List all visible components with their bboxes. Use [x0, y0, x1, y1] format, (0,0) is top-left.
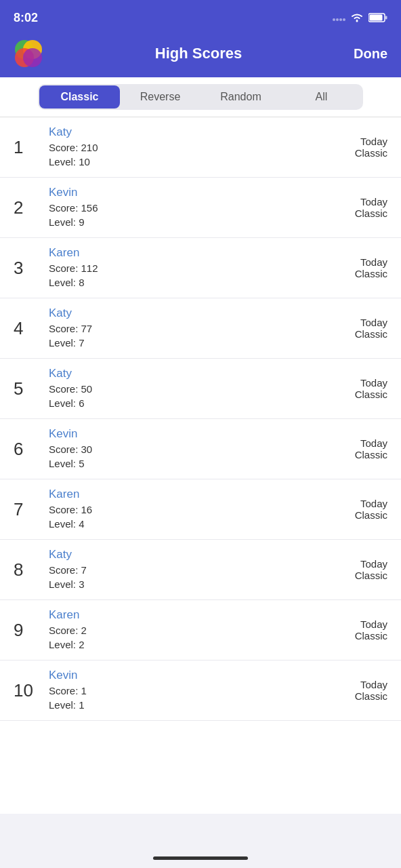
player-name: Karen — [49, 608, 355, 622]
player-name: Kevin — [49, 669, 355, 682]
segment-container: Classic Reverse Random All — [0, 77, 401, 117]
level-value: Level: 4 — [49, 517, 355, 531]
tab-classic[interactable]: Classic — [39, 85, 120, 108]
score-list: 1 Katy Score: 210 Level: 10 Today Classi… — [0, 117, 401, 814]
svg-rect-6 — [370, 15, 383, 21]
score-meta: Today Classic — [355, 136, 387, 159]
meta-date: Today — [360, 558, 387, 570]
player-name: Karen — [49, 488, 355, 501]
player-name: Katy — [49, 367, 355, 380]
rank-number: 2 — [14, 197, 43, 218]
meta-mode: Classic — [355, 570, 387, 581]
home-indicator — [153, 856, 248, 860]
score-meta: Today Classic — [355, 437, 387, 460]
table-row: 7 Karen Score: 16 Level: 4 Today Classic — [0, 479, 401, 540]
app-logo — [14, 39, 43, 68]
score-meta: Today Classic — [355, 377, 387, 400]
table-row: 6 Kevin Score: 30 Level: 5 Today Classic — [0, 419, 401, 479]
score-details: Karen Score: 16 Level: 4 — [49, 488, 355, 531]
score-details: Katy Score: 210 Level: 10 — [49, 125, 355, 169]
score-details: Katy Score: 7 Level: 3 — [49, 548, 355, 591]
table-row: 10 Kevin Score: 1 Level: 1 Today Classic — [0, 660, 401, 721]
meta-mode: Classic — [355, 147, 387, 159]
player-name: Katy — [49, 125, 355, 139]
score-details: Kevin Score: 1 Level: 1 — [49, 669, 355, 712]
level-value: Level: 6 — [49, 396, 355, 410]
level-value: Level: 1 — [49, 698, 355, 712]
tab-all[interactable]: All — [281, 85, 362, 108]
level-value: Level: 9 — [49, 215, 355, 229]
level-value: Level: 2 — [49, 637, 355, 652]
status-icons — [332, 12, 387, 23]
done-button[interactable]: Done — [354, 46, 387, 62]
meta-date: Today — [360, 136, 387, 147]
score-meta: Today Classic — [355, 317, 387, 340]
player-name: Kevin — [49, 186, 355, 199]
svg-rect-7 — [385, 16, 387, 20]
score-meta: Today Classic — [355, 618, 387, 642]
table-row: 3 Karen Score: 112 Level: 8 Today Classi… — [0, 238, 401, 298]
score-details: Karen Score: 112 Level: 8 — [49, 246, 355, 290]
rank-number: 1 — [14, 137, 43, 158]
score-value: Score: 7 — [49, 563, 355, 577]
signal-icon — [332, 14, 345, 22]
table-row: 4 Katy Score: 77 Level: 7 Today Classic — [0, 298, 401, 359]
meta-mode: Classic — [355, 389, 387, 400]
table-row: 2 Kevin Score: 156 Level: 9 Today Classi… — [0, 178, 401, 238]
score-meta: Today Classic — [355, 196, 387, 219]
score-value: Score: 16 — [49, 502, 355, 517]
meta-mode: Classic — [355, 509, 387, 521]
svg-point-3 — [343, 18, 345, 21]
bottom-area — [0, 814, 401, 868]
nav-title: High Scores — [155, 45, 242, 62]
score-meta: Today Classic — [355, 256, 387, 279]
meta-date: Today — [360, 196, 387, 208]
score-details: Kevin Score: 156 Level: 9 — [49, 186, 355, 229]
player-name: Katy — [49, 548, 355, 561]
score-meta: Today Classic — [355, 679, 387, 702]
rank-number: 6 — [14, 439, 43, 460]
tab-reverse[interactable]: Reverse — [120, 85, 200, 108]
meta-mode: Classic — [355, 630, 387, 642]
score-value: Score: 2 — [49, 623, 355, 637]
meta-date: Today — [360, 256, 387, 268]
table-row: 9 Karen Score: 2 Level: 2 Today Classic — [0, 600, 401, 660]
player-name: Katy — [49, 307, 355, 320]
svg-point-4 — [356, 20, 358, 22]
wifi-icon — [350, 12, 364, 23]
meta-date: Today — [360, 618, 387, 630]
rank-number: 4 — [14, 318, 43, 339]
meta-mode: Classic — [355, 690, 387, 702]
level-value: Level: 10 — [49, 155, 355, 169]
level-value: Level: 8 — [49, 275, 355, 290]
nav-bar: High Scores Done — [0, 34, 401, 77]
level-value: Level: 5 — [49, 456, 355, 471]
meta-date: Today — [360, 317, 387, 328]
svg-point-11 — [23, 48, 42, 67]
battery-icon — [368, 13, 387, 22]
status-bar: 8:02 — [0, 0, 401, 34]
meta-date: Today — [360, 437, 387, 449]
rank-number: 8 — [14, 559, 43, 580]
svg-point-1 — [336, 18, 339, 21]
meta-mode: Classic — [355, 328, 387, 340]
player-name: Karen — [49, 246, 355, 260]
table-row: 5 Katy Score: 50 Level: 6 Today Classic — [0, 359, 401, 419]
meta-date: Today — [360, 498, 387, 509]
level-value: Level: 3 — [49, 577, 355, 591]
meta-mode: Classic — [355, 449, 387, 460]
tab-random[interactable]: Random — [200, 85, 281, 108]
meta-date: Today — [360, 377, 387, 389]
score-value: Score: 77 — [49, 321, 355, 336]
rank-number: 7 — [14, 499, 43, 520]
score-value: Score: 50 — [49, 382, 355, 396]
score-value: Score: 112 — [49, 261, 355, 275]
level-value: Level: 7 — [49, 336, 355, 350]
score-details: Katy Score: 77 Level: 7 — [49, 307, 355, 350]
rank-number: 5 — [14, 378, 43, 399]
svg-point-0 — [333, 18, 335, 21]
score-details: Karen Score: 2 Level: 2 — [49, 608, 355, 652]
meta-mode: Classic — [355, 268, 387, 279]
meta-date: Today — [360, 679, 387, 690]
segment-control: Classic Reverse Random All — [38, 84, 363, 110]
